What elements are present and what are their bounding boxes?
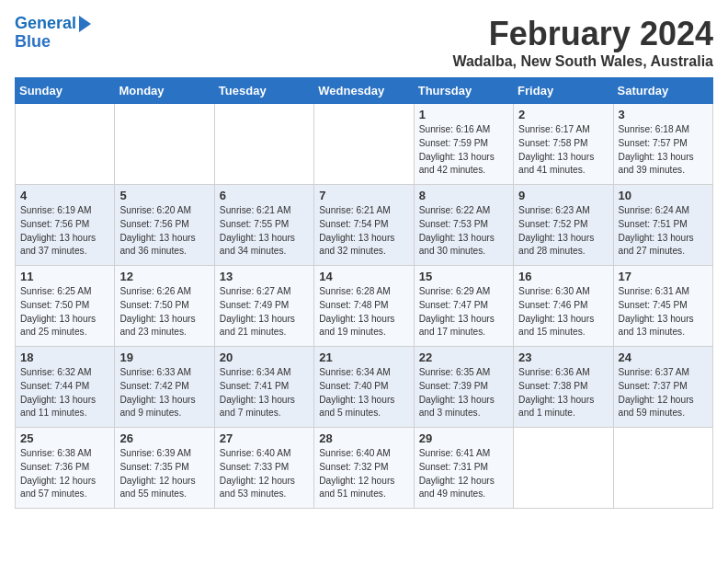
day-number: 25 <box>20 431 109 445</box>
cell-content: Sunrise: 6:16 AMSunset: 7:59 PMDaylight:… <box>419 123 508 178</box>
calendar-header-row: SundayMondayTuesdayWednesdayThursdayFrid… <box>16 78 713 104</box>
cell-content: Sunrise: 6:25 AMSunset: 7:50 PMDaylight:… <box>20 285 109 339</box>
calendar-cell: 10Sunrise: 6:24 AMSunset: 7:51 PMDayligh… <box>613 185 712 266</box>
calendar-cell: 19Sunrise: 6:33 AMSunset: 7:42 PMDayligh… <box>115 347 214 428</box>
calendar-table: SundayMondayTuesdayWednesdayThursdayFrid… <box>15 77 713 509</box>
day-number: 14 <box>319 270 408 283</box>
cell-content: Sunrise: 6:19 AMSunset: 7:56 PMDaylight:… <box>20 204 109 259</box>
cell-content: Sunrise: 6:32 AMSunset: 7:44 PMDaylight:… <box>20 366 109 420</box>
calendar-cell <box>214 104 313 185</box>
weekday-header: Friday <box>514 78 613 104</box>
day-number: 29 <box>419 431 508 445</box>
calendar-cell <box>613 428 712 509</box>
cell-content: Sunrise: 6:34 AMSunset: 7:41 PMDaylight:… <box>220 366 309 420</box>
day-number: 1 <box>419 108 508 121</box>
cell-content: Sunrise: 6:39 AMSunset: 7:35 PMDaylight:… <box>119 447 209 501</box>
calendar-cell: 4Sunrise: 6:19 AMSunset: 7:56 PMDaylight… <box>16 185 115 266</box>
weekday-header: Sunday <box>16 78 115 104</box>
title-area: February 2024 Wadalba, New South Wales, … <box>452 15 713 70</box>
day-number: 9 <box>518 189 608 202</box>
cell-content: Sunrise: 6:33 AMSunset: 7:42 PMDaylight:… <box>119 366 209 420</box>
cell-content: Sunrise: 6:29 AMSunset: 7:47 PMDaylight:… <box>419 285 508 339</box>
cell-content: Sunrise: 6:23 AMSunset: 7:52 PMDaylight:… <box>518 204 608 259</box>
day-number: 24 <box>619 350 708 364</box>
day-number: 2 <box>518 108 608 121</box>
cell-content: Sunrise: 6:34 AMSunset: 7:40 PMDaylight:… <box>319 366 408 420</box>
cell-content: Sunrise: 6:41 AMSunset: 7:31 PMDaylight:… <box>419 447 508 501</box>
logo: General Blue <box>15 15 91 52</box>
cell-content: Sunrise: 6:18 AMSunset: 7:57 PMDaylight:… <box>619 123 708 178</box>
day-number: 5 <box>119 189 209 202</box>
calendar-cell: 14Sunrise: 6:28 AMSunset: 7:48 PMDayligh… <box>314 266 414 347</box>
day-number: 19 <box>119 350 209 364</box>
page-title: February 2024 <box>452 15 713 53</box>
calendar-week-row: 4Sunrise: 6:19 AMSunset: 7:56 PMDaylight… <box>16 185 713 266</box>
day-number: 16 <box>518 270 608 283</box>
day-number: 8 <box>419 189 508 202</box>
weekday-header: Monday <box>115 78 214 104</box>
weekday-header: Tuesday <box>214 78 313 104</box>
cell-content: Sunrise: 6:36 AMSunset: 7:38 PMDaylight:… <box>518 366 608 420</box>
cell-content: Sunrise: 6:20 AMSunset: 7:56 PMDaylight:… <box>119 204 209 259</box>
weekday-header: Wednesday <box>314 78 414 104</box>
cell-content: Sunrise: 6:40 AMSunset: 7:33 PMDaylight:… <box>220 447 309 501</box>
cell-content: Sunrise: 6:24 AMSunset: 7:51 PMDaylight:… <box>619 204 708 259</box>
calendar-cell: 29Sunrise: 6:41 AMSunset: 7:31 PMDayligh… <box>414 428 513 509</box>
day-number: 17 <box>619 270 708 283</box>
calendar-cell: 25Sunrise: 6:38 AMSunset: 7:36 PMDayligh… <box>16 428 115 509</box>
day-number: 28 <box>319 431 408 445</box>
day-number: 20 <box>220 350 309 364</box>
calendar-cell: 21Sunrise: 6:34 AMSunset: 7:40 PMDayligh… <box>314 347 414 428</box>
day-number: 21 <box>319 350 408 364</box>
calendar-cell: 2Sunrise: 6:17 AMSunset: 7:58 PMDaylight… <box>514 104 613 185</box>
day-number: 12 <box>119 270 209 283</box>
cell-content: Sunrise: 6:21 AMSunset: 7:54 PMDaylight:… <box>319 204 408 259</box>
logo-text: General <box>15 15 76 33</box>
calendar-cell: 27Sunrise: 6:40 AMSunset: 7:33 PMDayligh… <box>214 428 313 509</box>
cell-content: Sunrise: 6:21 AMSunset: 7:55 PMDaylight:… <box>220 204 309 259</box>
calendar-cell: 5Sunrise: 6:20 AMSunset: 7:56 PMDaylight… <box>115 185 214 266</box>
calendar-cell: 12Sunrise: 6:26 AMSunset: 7:50 PMDayligh… <box>115 266 214 347</box>
day-number: 6 <box>220 189 309 202</box>
calendar-cell <box>314 104 414 185</box>
calendar-week-row: 1Sunrise: 6:16 AMSunset: 7:59 PMDaylight… <box>16 104 713 185</box>
cell-content: Sunrise: 6:28 AMSunset: 7:48 PMDaylight:… <box>319 285 408 339</box>
calendar-week-row: 11Sunrise: 6:25 AMSunset: 7:50 PMDayligh… <box>16 266 713 347</box>
calendar-cell: 17Sunrise: 6:31 AMSunset: 7:45 PMDayligh… <box>613 266 712 347</box>
calendar-cell: 11Sunrise: 6:25 AMSunset: 7:50 PMDayligh… <box>16 266 115 347</box>
calendar-cell: 22Sunrise: 6:35 AMSunset: 7:39 PMDayligh… <box>414 347 513 428</box>
day-number: 26 <box>119 431 209 445</box>
calendar-cell <box>16 104 115 185</box>
calendar-week-row: 25Sunrise: 6:38 AMSunset: 7:36 PMDayligh… <box>16 428 713 509</box>
calendar-cell: 28Sunrise: 6:40 AMSunset: 7:32 PMDayligh… <box>314 428 414 509</box>
page-subtitle: Wadalba, New South Wales, Australia <box>452 53 713 70</box>
cell-content: Sunrise: 6:30 AMSunset: 7:46 PMDaylight:… <box>518 285 608 339</box>
day-number: 13 <box>220 270 309 283</box>
calendar-cell: 23Sunrise: 6:36 AMSunset: 7:38 PMDayligh… <box>514 347 613 428</box>
calendar-cell: 13Sunrise: 6:27 AMSunset: 7:49 PMDayligh… <box>214 266 313 347</box>
logo-text2: Blue <box>15 33 51 52</box>
weekday-header: Saturday <box>613 78 712 104</box>
calendar-cell: 1Sunrise: 6:16 AMSunset: 7:59 PMDaylight… <box>414 104 513 185</box>
day-number: 18 <box>20 350 109 364</box>
calendar-cell: 26Sunrise: 6:39 AMSunset: 7:35 PMDayligh… <box>115 428 214 509</box>
calendar-cell: 9Sunrise: 6:23 AMSunset: 7:52 PMDaylight… <box>514 185 613 266</box>
cell-content: Sunrise: 6:37 AMSunset: 7:37 PMDaylight:… <box>619 366 708 420</box>
calendar-cell <box>514 428 613 509</box>
calendar-cell: 24Sunrise: 6:37 AMSunset: 7:37 PMDayligh… <box>613 347 712 428</box>
cell-content: Sunrise: 6:31 AMSunset: 7:45 PMDaylight:… <box>619 285 708 339</box>
day-number: 22 <box>419 350 508 364</box>
cell-content: Sunrise: 6:27 AMSunset: 7:49 PMDaylight:… <box>220 285 309 339</box>
day-number: 4 <box>20 189 109 202</box>
day-number: 3 <box>619 108 708 121</box>
day-number: 7 <box>319 189 408 202</box>
calendar-cell: 3Sunrise: 6:18 AMSunset: 7:57 PMDaylight… <box>613 104 712 185</box>
day-number: 15 <box>419 270 508 283</box>
weekday-header: Thursday <box>414 78 513 104</box>
cell-content: Sunrise: 6:26 AMSunset: 7:50 PMDaylight:… <box>119 285 209 339</box>
calendar-cell: 15Sunrise: 6:29 AMSunset: 7:47 PMDayligh… <box>414 266 513 347</box>
calendar-week-row: 18Sunrise: 6:32 AMSunset: 7:44 PMDayligh… <box>16 347 713 428</box>
day-number: 11 <box>20 270 109 283</box>
calendar-cell: 20Sunrise: 6:34 AMSunset: 7:41 PMDayligh… <box>214 347 313 428</box>
day-number: 10 <box>619 189 708 202</box>
